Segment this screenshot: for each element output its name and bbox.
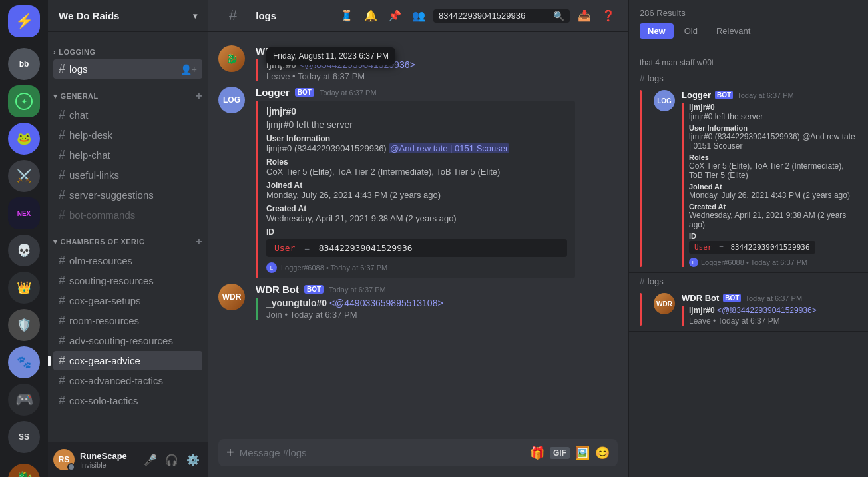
- mute-button[interactable]: 🎤: [141, 451, 160, 469]
- add-channel-chambers-button[interactable]: +: [196, 236, 202, 248]
- channel-item-scouting-resources[interactable]: # scouting-resources: [53, 271, 202, 290]
- logger-footer-text: Logger#6088 • Today at 6:37 PM: [281, 264, 387, 272]
- members-icon[interactable]: 👥: [409, 7, 428, 25]
- channel-label-server-suggestions: server-suggestions: [69, 189, 154, 201]
- wdrbot-avatar-2: WDR: [218, 284, 245, 310]
- channel-header: # logs 🧵 🔔 📌 👥 🔍 📥 ❓: [208, 0, 628, 32]
- category-chevron-general: ▾: [53, 92, 58, 101]
- help-icon[interactable]: ❓: [599, 7, 618, 25]
- add-member-icon[interactable]: 👤+: [180, 64, 197, 75]
- logger-message-time: Today at 6:37 PM: [320, 89, 377, 97]
- channel-item-chat[interactable]: # chat: [53, 105, 202, 125]
- pin-icon[interactable]: 📌: [385, 7, 404, 25]
- logger-mention-highlight: @And rew tate | 0151 Scouser: [389, 143, 509, 153]
- logger-bot-tag: BOT: [295, 88, 314, 97]
- channel-item-server-suggestions[interactable]: # server-suggestions: [53, 185, 202, 205]
- hash-icon-cox-gear-setups: #: [59, 294, 65, 308]
- server-icon-green[interactable]: ✦: [8, 85, 40, 117]
- search-bar[interactable]: 🔍: [433, 9, 570, 23]
- channel-item-cox-gear-advice[interactable]: # cox-gear-advice: [53, 351, 202, 370]
- channel-header-hash-icon: #: [218, 0, 248, 32]
- search-result-item-1[interactable]: LOG Logger BOT Today at 6:37 PM ljmjr#0 …: [629, 85, 868, 273]
- wdrbot-author-2: WDR Bot: [256, 284, 299, 295]
- hash-icon-logs: #: [59, 62, 65, 76]
- gif-button[interactable]: GIF: [550, 447, 570, 459]
- sr1-field-name-userinfo: User Information: [689, 124, 857, 132]
- sr1-id-equals: =: [719, 243, 724, 252]
- add-channel-general-button[interactable]: +: [196, 90, 202, 102]
- channel-item-useful-links[interactable]: # useful-links: [53, 165, 202, 185]
- channel-label-cox-solo-tactics: cox-solo-tactics: [69, 395, 138, 406]
- logger-field-name-id: ID: [266, 227, 567, 237]
- category-general[interactable]: ▾ GENERAL +: [48, 79, 208, 105]
- main-content: # logs 🧵 🔔 📌 👥 🔍 📥 ❓ 🐉 WDR Bot BO: [208, 0, 628, 477]
- server-name-header[interactable]: We Do Raids ▾: [48, 0, 208, 32]
- server-icon-sword[interactable]: ⚔️: [8, 160, 40, 192]
- channel-item-help-desk[interactable]: # help-desk: [53, 125, 202, 145]
- server-icon-face[interactable]: 🐸: [8, 123, 40, 155]
- sr1-username: ljmjr#0: [689, 103, 857, 112]
- sticker-icon[interactable]: 🖼️: [575, 446, 590, 460]
- channel-item-logs[interactable]: # logs 👤+: [53, 59, 202, 79]
- search-result-border-2: [640, 293, 642, 326]
- emoji-button[interactable]: 😊: [595, 446, 610, 460]
- filter-tab-old[interactable]: Old: [676, 23, 706, 39]
- channel-item-olm-resources[interactable]: # olm-resources: [53, 251, 202, 270]
- discord-home-button[interactable]: ⚡: [8, 5, 40, 37]
- hash-icon-adv-scouting: #: [59, 334, 65, 348]
- notification-icon[interactable]: 🔔: [361, 7, 380, 25]
- logger-author: Logger: [256, 87, 290, 98]
- filter-tab-relevant[interactable]: Relevant: [708, 23, 758, 39]
- logger-message-content: Logger BOT Today at 6:37 PM ljmjr#0 ljmj…: [256, 87, 618, 278]
- settings-button[interactable]: ⚙️: [184, 451, 202, 469]
- logger-embed-footer: L Logger#6088 • Today at 6:37 PM: [266, 262, 567, 273]
- server-icon-shield[interactable]: 🛡️: [8, 309, 40, 341]
- active-indicator: [48, 356, 51, 366]
- server-icon-ss[interactable]: SS: [8, 421, 40, 453]
- status-dot: [67, 463, 75, 471]
- category-chambers[interactable]: ▾ CHAMBERS OF XERIC +: [48, 225, 208, 250]
- gift-icon[interactable]: 🎁: [530, 446, 544, 460]
- channel-label-cox-gear-advice: cox-gear-advice: [69, 355, 140, 366]
- hash-icon-server-suggestions: #: [59, 188, 65, 202]
- hash-icon-chat: #: [59, 108, 65, 122]
- message-input-icons: 🎁 GIF 🖼️ 😊: [530, 446, 610, 460]
- server-icon-skull[interactable]: 💀: [8, 235, 40, 266]
- embed-subtime-1: Leave • Today at 6:37 PM Friday, August …: [266, 71, 365, 81]
- server-icon-multi[interactable]: 🎮: [8, 384, 40, 416]
- tooltip-text-1: Friday, August 11, 2023 6:37 PM: [273, 51, 389, 61]
- hash-search-icon[interactable]: 🧵: [337, 7, 356, 25]
- channel-item-bot-commands[interactable]: # bot-commands: [53, 205, 202, 225]
- search-result-time-1: Today at 6:37 PM: [737, 91, 794, 99]
- server-icon-wdr[interactable]: 🐉: [8, 464, 40, 477]
- wdrbot-message-content-2: WDR Bot BOT Today at 6:37 PM _youngtulo#…: [256, 284, 618, 320]
- footer-user-info: RuneScape Invisible: [80, 451, 136, 469]
- id-value: 834422939041529936: [319, 243, 413, 253]
- search-result-2-hash-icon: #: [640, 276, 645, 286]
- search-input[interactable]: [439, 11, 550, 21]
- inbox-icon[interactable]: 📥: [575, 7, 594, 25]
- search-result-item-2[interactable]: WDR WDR Bot BOT Today at 6:37 PM ljmjr#0…: [629, 288, 868, 332]
- channel-item-adv-scouting[interactable]: # adv-scouting-resources: [53, 331, 202, 350]
- channel-item-cox-solo-tactics[interactable]: # cox-solo-tactics: [53, 391, 202, 410]
- search-result-bot-tag-2: BOT: [723, 294, 741, 302]
- server-icon-nex[interactable]: NEX: [8, 197, 40, 229]
- channel-item-cox-advanced-tactics[interactable]: # cox-advanced-tactics: [53, 371, 202, 390]
- channel-item-help-chat[interactable]: # help-chat: [53, 145, 202, 165]
- message-text-input[interactable]: [240, 439, 525, 466]
- id-equals: =: [304, 243, 310, 253]
- category-logging[interactable]: › LOGGING: [48, 37, 208, 59]
- wdrbot-avatar-wrapper-2: WDR: [218, 284, 245, 310]
- server-icon-crown[interactable]: 👑: [8, 272, 40, 304]
- channel-item-cox-gear-setups[interactable]: # cox-gear-setups: [53, 291, 202, 310]
- server-icon-bb[interactable]: bb: [8, 48, 40, 80]
- search-result-message-2: WDR WDR Bot BOT Today at 6:37 PM ljmjr#0…: [640, 293, 857, 326]
- embed-leave-text-1: Leave • Today at 6:37 PM: [266, 71, 365, 81]
- filter-tab-new[interactable]: New: [640, 23, 674, 39]
- deafen-button[interactable]: 🎧: [162, 451, 181, 469]
- message-group-logger: LOG Logger BOT Today at 6:37 PM ljmjr#0 …: [208, 84, 628, 281]
- wdrbot-message-time-2: Today at 6:37 PM: [329, 286, 386, 294]
- server-icon-paw[interactable]: 🐾: [8, 346, 40, 378]
- attach-file-button[interactable]: +: [226, 445, 234, 460]
- channel-item-room-resources[interactable]: # room-resources: [53, 311, 202, 330]
